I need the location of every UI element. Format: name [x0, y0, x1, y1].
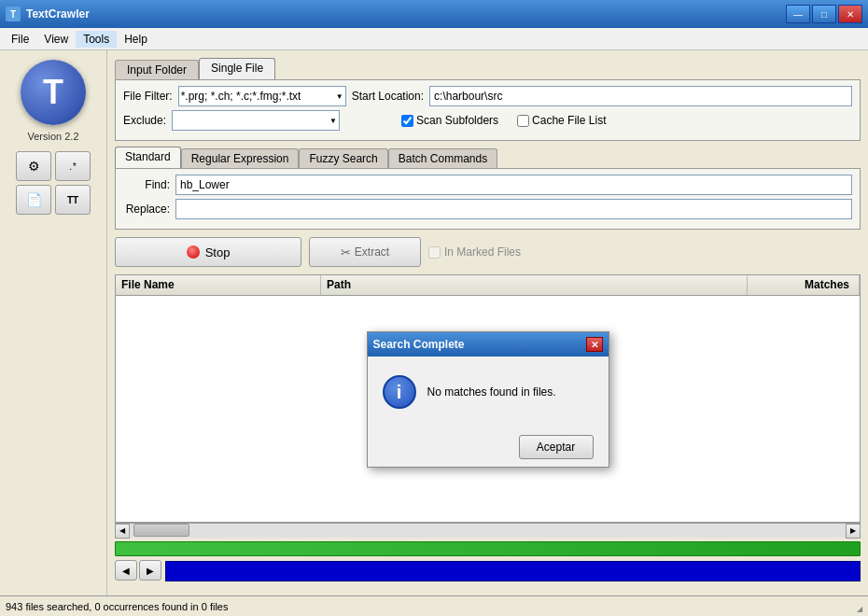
file-button[interactable]: 📄 [16, 185, 51, 215]
file-filter-select[interactable]: *.prg; *.ch; *.c;*.fmg;*.txt [178, 86, 346, 106]
modal-title: Search Complete [373, 338, 586, 351]
action-bar: Stop ✂ Extract In Marked Files [115, 237, 861, 267]
version-label: Version 2.2 [27, 131, 78, 142]
exclude-select[interactable] [172, 110, 340, 131]
progress-bar-green [115, 541, 861, 556]
modal-footer: Aceptar [368, 427, 609, 467]
nav-prev-button[interactable]: ◀ [115, 560, 137, 581]
find-input[interactable] [175, 175, 852, 195]
tab-single-file[interactable]: Single File [199, 58, 275, 79]
minimize-button[interactable]: — [786, 5, 810, 23]
exclude-label: Exclude: [123, 114, 166, 127]
app-icon: T [6, 7, 21, 21]
left-buttons: ⚙ .* 📄 TT [5, 151, 102, 215]
close-button[interactable]: ✕ [838, 5, 862, 23]
file-filter-select-wrapper: *.prg; *.ch; *.c;*.fmg;*.txt [178, 86, 346, 106]
tab-batch[interactable]: Batch Commands [388, 148, 497, 168]
modal-message: No matches found in files. [427, 385, 556, 399]
search-tabs: Standard Regular Expression Fuzzy Search… [115, 147, 861, 168]
scan-subfolders-label[interactable]: Scan Subfolders [401, 114, 498, 127]
progress-area: ◀ ▶ [115, 541, 861, 588]
search-box: Find: Replace: [115, 168, 861, 230]
exclude-row: Exclude: Scan Subfolders Cache File List [123, 110, 852, 131]
extract-label: Extract [355, 245, 389, 259]
replace-row: Replace: [123, 199, 852, 219]
modal-titlebar: Search Complete ✕ [368, 332, 609, 357]
window-controls: — □ ✕ [786, 5, 862, 23]
progress-row: ◀ ▶ [115, 560, 861, 582]
extract-button[interactable]: ✂ Extract [309, 237, 421, 267]
find-row: Find: [123, 175, 852, 195]
app-title: TextCrawler [26, 7, 786, 21]
stop-button[interactable]: Stop [115, 237, 301, 267]
tt-button[interactable]: TT [55, 185, 91, 215]
replace-input[interactable] [175, 199, 852, 219]
left-btn-row-2: 📄 TT [16, 185, 91, 215]
maximize-button[interactable]: □ [812, 5, 836, 23]
nav-buttons: ◀ ▶ [115, 560, 161, 581]
modal-overlay: Search Complete ✕ i No matches found in … [116, 275, 860, 522]
tab-input-folder[interactable]: Input Folder [115, 60, 199, 79]
regex-button[interactable]: .* [55, 151, 91, 181]
modal-body: i No matches found in files. [368, 357, 609, 427]
gear-icon: ⚙ [28, 159, 40, 174]
resize-grip[interactable]: ◢ [849, 600, 862, 613]
info-icon: i [383, 375, 416, 409]
start-location-label: Start Location: [352, 90, 424, 103]
exclude-select-wrapper [172, 110, 340, 131]
tab-standard[interactable]: Standard [115, 147, 181, 168]
modal-close-button[interactable]: ✕ [586, 337, 603, 352]
find-label: Find: [123, 178, 170, 191]
marked-files-checkbox [428, 246, 441, 259]
scan-subfolders-checkbox[interactable] [401, 115, 413, 127]
tab-fuzzy[interactable]: Fuzzy Search [299, 148, 387, 168]
stop-label: Stop [205, 245, 231, 259]
stop-icon [187, 245, 200, 259]
menu-file[interactable]: File [4, 31, 36, 48]
cache-file-list-label[interactable]: Cache File List [517, 114, 606, 127]
file-filter-row: File Filter: *.prg; *.ch; *.c;*.fmg;*.tx… [123, 86, 852, 106]
tt-icon: TT [67, 195, 78, 205]
scrollbar-track[interactable] [130, 524, 846, 538]
search-complete-modal: Search Complete ✕ i No matches found in … [367, 331, 609, 468]
cache-file-list-checkbox[interactable] [517, 115, 529, 127]
cache-file-list-text: Cache File List [532, 114, 606, 127]
results-area: File Name Path Matches Search Complete ✕… [115, 274, 861, 523]
replace-label: Replace: [123, 203, 170, 216]
gear-button[interactable]: ⚙ [16, 151, 51, 181]
statusbar: 943 files searched, 0 occurrences found … [0, 595, 868, 616]
menubar: File View Tools Help [0, 28, 868, 50]
regex-icon: .* [70, 161, 77, 172]
nav-next-button[interactable]: ▶ [139, 560, 161, 581]
right-panel: Input Folder Single File File Filter: *.… [107, 50, 868, 595]
main-content: T Version 2.2 ⚙ .* 📄 TT [0, 50, 868, 595]
scrollbar-thumb[interactable] [133, 524, 189, 537]
scroll-right-button[interactable]: ▶ [846, 524, 861, 539]
blue-progress-bar [165, 561, 861, 581]
menu-tools[interactable]: Tools [76, 31, 117, 48]
accept-button[interactable]: Aceptar [519, 435, 594, 459]
start-location-input[interactable] [429, 86, 852, 106]
file-filter-label: File Filter: [123, 90, 173, 103]
logo-letter: T [43, 73, 63, 112]
titlebar: T TextCrawler — □ ✕ [0, 0, 868, 28]
horizontal-scrollbar[interactable]: ◀ ▶ [115, 523, 861, 538]
scroll-left-button[interactable]: ◀ [115, 524, 130, 539]
info-symbol: i [397, 382, 402, 403]
file-tabs: Input Folder Single File [115, 58, 861, 79]
status-text: 943 files searched, 0 occurrences found … [6, 601, 849, 612]
menu-help[interactable]: Help [117, 31, 155, 48]
menu-view[interactable]: View [36, 31, 76, 48]
left-panel: T Version 2.2 ⚙ .* 📄 TT [0, 50, 107, 595]
settings-box: File Filter: *.prg; *.ch; *.c;*.fmg;*.tx… [115, 79, 861, 141]
scan-subfolders-text: Scan Subfolders [416, 114, 498, 127]
file-icon: 📄 [26, 192, 42, 207]
tab-regex[interactable]: Regular Expression [181, 148, 300, 168]
app-logo: T [21, 60, 86, 125]
scissors-icon: ✂ [341, 245, 351, 259]
in-marked-files: In Marked Files [428, 245, 521, 259]
marked-files-label: In Marked Files [444, 245, 521, 259]
left-btn-row-1: ⚙ .* [16, 151, 91, 181]
